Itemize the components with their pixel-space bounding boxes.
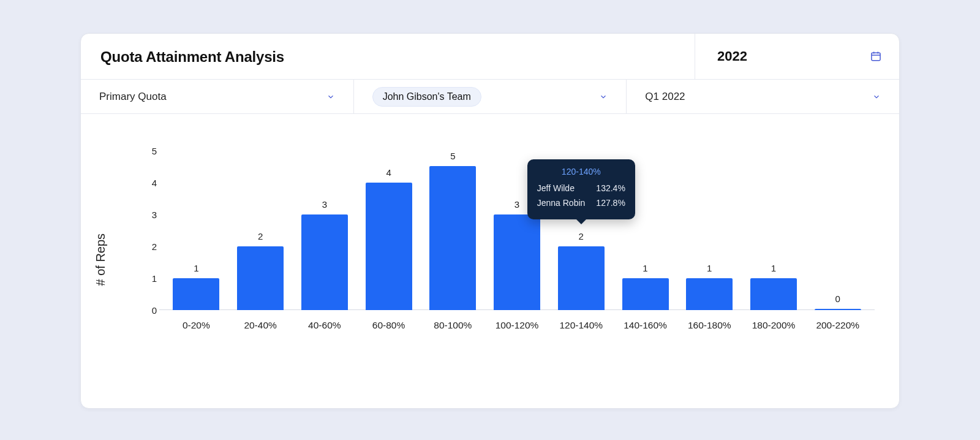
bar-value-label: 0 [835,294,840,304]
bar-rect [301,214,348,310]
bar-slot[interactable]: 2 [228,151,293,310]
bar-slot[interactable]: 0 [805,151,870,310]
bar-rect [750,278,797,310]
bar-slot[interactable]: 4 [356,151,421,310]
y-tick: 0 [137,305,157,316]
y-tick: 4 [137,178,157,188]
bar-value-label: 4 [386,167,391,178]
bar-slot[interactable]: 1 [164,151,228,310]
filter-team[interactable]: John Gibson's Team [354,80,627,113]
filter-quota-label: Primary Quota [99,91,167,103]
y-tick: 1 [137,273,157,284]
bar-rect [237,246,284,310]
filter-quota[interactable]: Primary Quota [81,80,354,113]
y-axis-label: # of Reps [94,233,108,286]
chart-plot: 012345 12345321110 120-140% Jeff Wilde13… [159,151,875,310]
bar-value-label: 1 [194,263,198,273]
bar-rect [494,214,540,310]
page-title: Quota Attainment Analysis [100,48,284,66]
x-tick-label: 80-100% [421,320,485,331]
chevron-down-icon [326,93,335,101]
x-tick-label: 100-120% [485,320,549,331]
tooltip-name: Jenna Robin [537,196,586,211]
bar-slot[interactable]: 3 [292,151,356,310]
chart-area: # of Reps 012345 12345321110 120-140% Je… [81,114,899,408]
bar-value-label: 1 [771,263,776,273]
bar-rect [815,309,861,310]
year-label: 2022 [717,48,747,64]
x-tick-label: 20-40% [228,320,293,331]
bar-value-label: 2 [579,231,584,241]
tooltip-name: Jeff Wilde [537,181,575,196]
y-tick: 5 [137,146,157,156]
filter-period-label: Q1 2022 [645,91,685,103]
card-header: Quota Attainment Analysis 2022 [81,34,899,80]
bar-rect [366,183,412,310]
svg-rect-0 [872,53,880,61]
bar-value-label: 3 [514,199,519,210]
x-tick-label: 60-80% [356,320,421,331]
bar-slot[interactable]: 5 [421,151,485,310]
filters-row: Primary Quota John Gibson's Team Q1 2022 [81,80,899,114]
title-cell: Quota Attainment Analysis [81,34,695,79]
x-axis-labels: 0-20%20-40%40-60%60-80%80-100%100-120%12… [159,310,875,331]
bar-rect [558,246,605,310]
tooltip-value: 127.8% [596,196,625,211]
bar-rect [686,278,733,310]
y-tick: 2 [137,241,157,252]
bars-container: 12345321110 [159,151,875,310]
y-axis: 012345 [137,151,157,310]
tooltip-value: 132.4% [596,181,625,196]
x-tick-label: 140-160% [613,320,677,331]
chevron-down-icon [599,93,608,101]
bar-value-label: 1 [707,263,712,273]
bar-rect [622,278,669,310]
tooltip-title: 120-140% [537,167,625,176]
chart-tooltip: 120-140% Jeff Wilde132.4%Jenna Robin127.… [527,159,635,219]
x-tick-label: 0-20% [164,320,228,331]
chevron-down-icon [872,93,881,101]
bar-value-label: 5 [450,151,455,161]
quota-attainment-card: Quota Attainment Analysis 2022 Primary Q… [80,33,900,409]
bar-value-label: 1 [643,263,647,273]
x-tick-label: 180-200% [742,320,806,331]
x-tick-label: 120-140% [549,320,613,331]
bar-rect [429,166,476,310]
tooltip-row: Jeff Wilde132.4% [537,181,625,196]
year-picker[interactable]: 2022 [695,34,899,79]
bar-slot[interactable]: 1 [742,151,806,310]
filter-period[interactable]: Q1 2022 [627,80,899,113]
x-tick-label: 200-220% [805,320,870,331]
tooltip-row: Jenna Robin127.8% [537,196,625,211]
y-tick: 3 [137,210,157,220]
x-tick-label: 40-60% [292,320,356,331]
bar-slot[interactable]: 1 [677,151,742,310]
bar-value-label: 2 [258,231,263,241]
bar-rect [173,278,219,310]
x-tick-label: 160-180% [677,320,742,331]
filter-team-pill: John Gibson's Team [372,87,481,107]
bar-value-label: 3 [322,199,327,210]
calendar-icon [870,50,882,63]
